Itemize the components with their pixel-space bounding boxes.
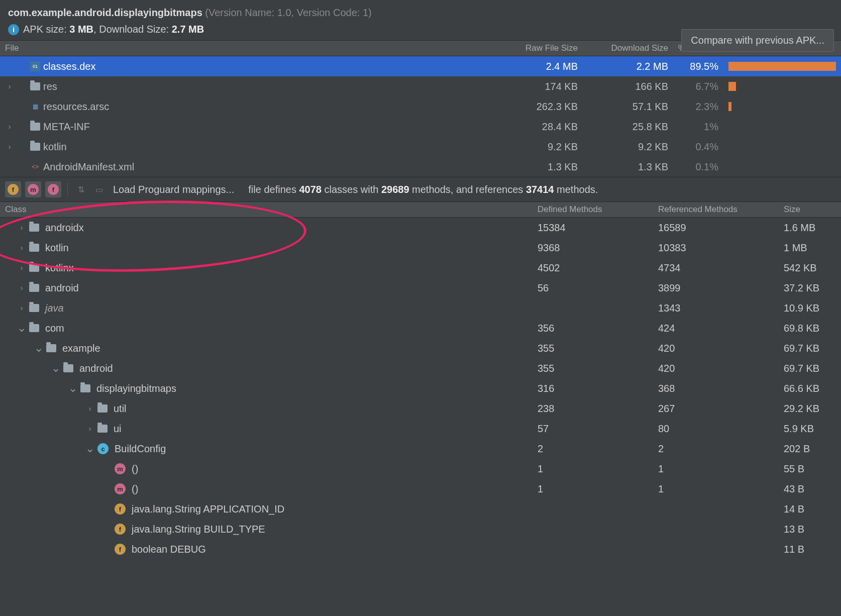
expand-chevron-icon[interactable]: ⌄ bbox=[51, 362, 60, 375]
info-icon: i bbox=[8, 24, 19, 35]
class-row[interactable]: ⌄example35542069.7 KB bbox=[0, 338, 841, 358]
file-row[interactable]: ▦resources.arsc262.3 KB57.1 KB2.3% bbox=[0, 96, 841, 117]
package-icon bbox=[29, 284, 39, 292]
percent: 6.7% bbox=[673, 78, 723, 95]
method-icon: m bbox=[115, 483, 126, 494]
defined-methods: 356 bbox=[533, 320, 653, 337]
size: 55 B bbox=[779, 461, 841, 477]
class-row[interactable]: fjava.lang.String APPLICATION_ID14 B bbox=[0, 499, 841, 519]
class-name: util bbox=[114, 403, 127, 415]
expand-chevron-icon[interactable]: ⌄ bbox=[17, 322, 26, 335]
class-row[interactable]: fboolean DEBUG11 B bbox=[0, 539, 841, 559]
package-icon bbox=[29, 264, 39, 272]
class-row[interactable]: fjava.lang.String BUILD_TYPE13 B bbox=[0, 519, 841, 539]
expand-chevron-icon[interactable]: ⌄ bbox=[85, 442, 94, 455]
class-row[interactable]: ›ui57805.9 KB bbox=[0, 419, 841, 439]
dex-toolbar: f m f ⇅ ▭ Load Proguard mappings... file… bbox=[0, 177, 841, 201]
percent: 2.3% bbox=[673, 98, 723, 115]
file-row[interactable]: ›kotlin9.2 KB9.2 KB0.4% bbox=[0, 137, 841, 157]
size: 69.7 KB bbox=[779, 340, 841, 357]
col-size[interactable]: Size bbox=[779, 202, 841, 217]
referenced-methods: 420 bbox=[653, 360, 779, 377]
percent: 0.4% bbox=[673, 139, 723, 155]
expand-chevron-icon[interactable]: › bbox=[17, 304, 26, 312]
package-icon bbox=[46, 344, 56, 352]
expand-chevron-icon[interactable]: › bbox=[5, 123, 14, 131]
referenced-methods: 3899 bbox=[653, 280, 779, 296]
raw-size: 262.3 KB bbox=[492, 98, 583, 115]
file-row[interactable]: ›META-INF28.4 KB25.8 KB1% bbox=[0, 117, 841, 137]
class-row[interactable]: ⌄android35542069.7 KB bbox=[0, 358, 841, 378]
class-name: com bbox=[45, 323, 64, 334]
percent: 1% bbox=[673, 119, 723, 135]
class-row[interactable]: ›android56389937.2 KB bbox=[0, 278, 841, 298]
size: 29.2 KB bbox=[779, 400, 841, 417]
package-icon bbox=[97, 425, 108, 433]
class-row[interactable]: m()1155 B bbox=[0, 459, 841, 479]
defined-methods: 316 bbox=[533, 380, 653, 397]
class-row[interactable]: ›kotlin9368103831 MB bbox=[0, 238, 841, 258]
class-row[interactable]: ›kotlinx45024734542 KB bbox=[0, 258, 841, 278]
referenced-methods bbox=[653, 527, 779, 532]
size: 43 B bbox=[779, 481, 841, 497]
referenced-methods: 267 bbox=[653, 400, 779, 417]
class-row[interactable]: ⌄com35642469.8 KB bbox=[0, 318, 841, 338]
class-name: displayingbitmaps bbox=[96, 383, 176, 394]
defined-methods: 9368 bbox=[533, 240, 653, 256]
filter-methods-button[interactable]: m bbox=[25, 181, 41, 197]
expand-chevron-icon[interactable]: › bbox=[17, 244, 26, 252]
class-name: BuildConfig bbox=[115, 443, 166, 455]
col-defined-methods[interactable]: Defined Methods bbox=[533, 202, 653, 217]
col-download-size[interactable]: Download Size bbox=[583, 41, 673, 56]
package-name: com.example.android.displayingbitmaps bbox=[8, 7, 202, 18]
expand-chevron-icon[interactable]: ⌄ bbox=[34, 342, 43, 355]
nav-icon[interactable]: ⇅ bbox=[74, 182, 88, 196]
download-size: 57.1 KB bbox=[583, 98, 673, 115]
class-row[interactable]: ⌄cBuildConfig22202 B bbox=[0, 439, 841, 459]
referenced-methods: 424 bbox=[653, 320, 779, 337]
referenced-methods: 420 bbox=[653, 340, 779, 357]
class-row[interactable]: m()1143 B bbox=[0, 479, 841, 499]
defined-methods: 15384 bbox=[533, 220, 653, 236]
expand-chevron-icon[interactable]: › bbox=[17, 284, 26, 292]
expand-chevron-icon[interactable]: › bbox=[17, 264, 26, 272]
col-class[interactable]: Class bbox=[0, 202, 533, 217]
size: 10.9 KB bbox=[779, 300, 841, 317]
class-name: androidx bbox=[45, 222, 84, 234]
compare-apk-button[interactable]: Compare with previous APK... bbox=[681, 29, 834, 52]
download-size: 2.2 MB bbox=[583, 58, 673, 75]
deobfuscate-icon[interactable]: ▭ bbox=[92, 182, 106, 196]
raw-size: 174 KB bbox=[492, 78, 583, 95]
referenced-methods bbox=[653, 547, 779, 552]
col-file[interactable]: File bbox=[0, 41, 492, 56]
size: 11 B bbox=[779, 541, 841, 558]
expand-chevron-icon[interactable]: › bbox=[85, 404, 94, 413]
load-proguard-button[interactable]: Load Proguard mappings... bbox=[113, 184, 234, 195]
col-raw-size[interactable]: Raw File Size bbox=[492, 41, 583, 56]
class-row[interactable]: ⌄displayingbitmaps31636866.6 KB bbox=[0, 378, 841, 398]
file-row[interactable]: 01classes.dex2.4 MB2.2 MB89.5% bbox=[0, 56, 841, 76]
raw-size: 28.4 KB bbox=[492, 119, 583, 135]
filter-methods-fields-button[interactable]: f bbox=[45, 181, 61, 197]
apk-size-text: APK size: 3 MB, Download Size: 2.7 MB bbox=[23, 24, 204, 35]
defined-methods bbox=[533, 527, 653, 532]
class-row[interactable]: ›java134310.9 KB bbox=[0, 298, 841, 318]
expand-chevron-icon[interactable]: › bbox=[17, 224, 26, 232]
expand-chevron-icon[interactable]: › bbox=[5, 82, 14, 90]
expand-chevron-icon[interactable]: › bbox=[5, 143, 14, 151]
defined-methods: 57 bbox=[533, 421, 653, 437]
file-row[interactable]: <>AndroidManifest.xml1.3 KB1.3 KB0.1% bbox=[0, 157, 841, 177]
defined-methods: 355 bbox=[533, 360, 653, 377]
size: 5.9 KB bbox=[779, 421, 841, 437]
class-row[interactable]: ›androidx15384165891.6 MB bbox=[0, 218, 841, 238]
class-row[interactable]: ›util23826729.2 KB bbox=[0, 398, 841, 419]
file-row[interactable]: ›res174 KB166 KB6.7% bbox=[0, 76, 841, 96]
package-icon bbox=[80, 384, 90, 392]
download-size: 25.8 KB bbox=[583, 119, 673, 135]
class-name: kotlin bbox=[45, 242, 69, 254]
filter-fields-button[interactable]: f bbox=[5, 181, 21, 197]
expand-chevron-icon[interactable]: › bbox=[85, 425, 94, 433]
expand-chevron-icon[interactable]: ⌄ bbox=[68, 382, 77, 395]
col-referenced-methods[interactable]: Referenced Methods bbox=[653, 202, 779, 217]
raw-size: 2.4 MB bbox=[492, 58, 583, 75]
